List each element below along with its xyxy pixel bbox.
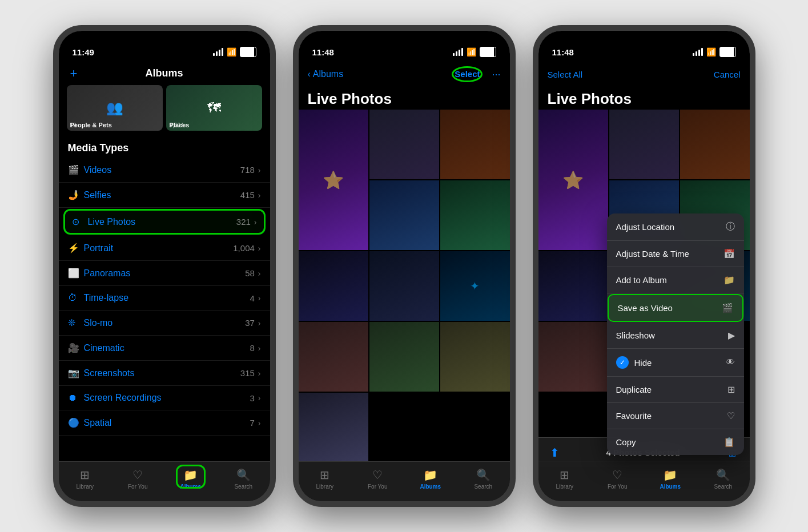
grid-cell-5[interactable] (440, 180, 510, 250)
tab-albums-2[interactable]: 📁 Albums (404, 468, 457, 490)
menu-item-spatial[interactable]: 🔵 Spatial 7 › (59, 410, 270, 436)
tab-foryou-1[interactable]: ♡ For You (111, 468, 164, 490)
context-slideshow[interactable]: Slideshow ▶ (607, 323, 744, 349)
grid-cell-7[interactable] (369, 251, 439, 321)
select-all-button[interactable]: Select All (548, 70, 583, 79)
grid-cell-4[interactable] (369, 180, 439, 250)
tab-library-1[interactable]: ⊞ Library (59, 468, 112, 490)
grid-cell-10[interactable] (369, 322, 439, 392)
spatial-icon: 🔵 (68, 417, 84, 428)
live-photos-chevron: › (254, 217, 257, 227)
context-favourite[interactable]: Favourite ♡ (607, 403, 744, 429)
page-title-2: Live Photos (308, 90, 392, 108)
tab-foryou-3[interactable]: ♡ For You (591, 468, 644, 490)
context-duplicate[interactable]: Duplicate ⊞ (607, 377, 744, 403)
tab-search-1[interactable]: 🔍 Search (217, 468, 270, 490)
context-adjust-date[interactable]: Adjust Date & Time 📅 (607, 241, 744, 267)
portrait-count: 1,004 (233, 243, 255, 253)
tab-albums-1[interactable]: 📁 Albums (164, 468, 218, 490)
page-title-3: Live Photos (548, 90, 632, 108)
videos-count: 718 (240, 165, 255, 175)
foryou-label-2: For You (368, 483, 387, 490)
menu-item-cinematic[interactable]: 🎥 Cinematic 8 › (59, 336, 270, 361)
foryou-label: For You (128, 483, 147, 490)
live-photos-icon: ⊙ (72, 216, 88, 227)
menu-item-slomo[interactable]: ❊ Slo-mo 37 › (59, 311, 270, 336)
tab-foryou-2[interactable]: ♡ For You (351, 468, 404, 490)
save-as-video-label: Save as Video (618, 303, 673, 313)
more-button-2[interactable]: ··· (492, 68, 500, 80)
search-label: Search (234, 483, 252, 490)
grid-cell-3[interactable] (440, 110, 510, 179)
cancel-button-3[interactable]: Cancel (714, 70, 741, 79)
selfies-count: 415 (240, 190, 255, 200)
albums-header: + Albums (59, 62, 270, 85)
tab-library-2[interactable]: ⊞ Library (299, 468, 352, 490)
foryou-icon-3: ♡ (612, 468, 622, 482)
tab-albums-3[interactable]: 📁 Albums (644, 468, 697, 490)
context-add-to-album[interactable]: Add to Album 📁 (607, 267, 744, 293)
grid-cell-3-6[interactable] (538, 251, 608, 321)
menu-item-screen-recordings[interactable]: ⏺ Screen Recordings 3 › (59, 386, 270, 410)
grid-cell-3-2[interactable] (609, 110, 679, 179)
grid-cell-11[interactable] (440, 322, 510, 392)
menu-item-panoramas[interactable]: ⬜ Panoramas 58 › (59, 261, 270, 286)
timelapse-chevron: › (258, 293, 261, 303)
grid-cell-9[interactable] (299, 322, 368, 392)
grid-cell-3-9[interactable] (538, 322, 608, 392)
screen-recordings-chevron: › (258, 393, 261, 402)
select-button-2[interactable]: Select (455, 69, 480, 79)
phone-1: 11:49 📶 100 + Albums 👥 People & Pets (53, 25, 276, 507)
menu-item-live-photos[interactable]: ⊙ Live Photos 321 › (63, 209, 266, 235)
people-pets-thumb[interactable]: 👥 People & Pets 19 (67, 85, 163, 131)
tab-library-3[interactable]: ⊞ Library (538, 468, 592, 490)
screen-recordings-label: Screen Recordings (84, 393, 250, 403)
wifi-icon-2: 📶 (467, 47, 476, 57)
grid-cell-12[interactable] (299, 393, 368, 461)
grid-cell-3-3[interactable] (680, 110, 750, 179)
grid-cell-8[interactable]: ✦ (440, 251, 510, 321)
tab-search-3[interactable]: 🔍 Search (697, 468, 750, 490)
grid-cell-6[interactable] (299, 251, 368, 321)
phone-2: 11:48 📶 100 ‹ Albums Select (293, 25, 516, 507)
cinematic-label: Cinematic (84, 343, 250, 353)
context-save-as-video[interactable]: Save as Video 🎬 (608, 294, 743, 322)
back-button-2[interactable]: ‹ Albums (308, 69, 344, 79)
dynamic-island-2 (370, 37, 439, 56)
timelapse-label: Time-lapse (84, 293, 250, 303)
add-album-button[interactable]: + (70, 66, 78, 81)
status-time-2: 11:48 (312, 47, 334, 57)
search-icon-2: 🔍 (476, 468, 491, 482)
screen-recordings-count: 3 (250, 393, 254, 403)
context-adjust-location[interactable]: Adjust Location ⓘ (607, 213, 744, 241)
tab-search-2[interactable]: 🔍 Search (457, 468, 510, 490)
cinematic-count: 8 (250, 343, 254, 353)
hide-icon: 👁 (726, 357, 735, 368)
portrait-icon: ⚡ (68, 243, 84, 253)
places-thumb[interactable]: 🗺 Places 9,604 (166, 85, 262, 131)
copy-label: Copy (616, 437, 636, 447)
menu-item-selfies[interactable]: 🤳 Selfies 415 › (59, 183, 270, 208)
tab-bar-3: ⊞ Library ♡ For You 📁 Albums 🔍 Search (538, 461, 750, 501)
duplicate-icon: ⊞ (727, 384, 735, 395)
menu-item-timelapse[interactable]: ⏱ Time-lapse 4 › (59, 286, 270, 311)
media-types-list: 🎬 Videos 718 › 🤳 Selfies 415 › ⊙ Live Ph… (59, 158, 270, 436)
menu-item-portrait[interactable]: ⚡ Portrait 1,004 › (59, 236, 270, 261)
grid-cell-1[interactable]: ⭐ (299, 110, 368, 250)
grid-cell-3-1[interactable]: ⭐ (538, 110, 608, 250)
albums-label-2: Albums (420, 483, 441, 490)
context-copy[interactable]: Copy 📋 (607, 429, 744, 455)
save-as-video-icon: 🎬 (722, 303, 733, 313)
menu-item-screenshots[interactable]: 📷 Screenshots 315 › (59, 361, 270, 386)
albums-icon-3: 📁 (663, 468, 677, 482)
phone-3: 11:48 📶 100 Select All Cancel Live Photo… (533, 25, 755, 507)
screenshots-count: 315 (240, 368, 255, 378)
menu-item-videos[interactable]: 🎬 Videos 718 › (59, 158, 270, 183)
panoramas-icon: ⬜ (68, 268, 84, 279)
timelapse-icon: ⏱ (68, 293, 84, 303)
grid-cell-2[interactable] (369, 110, 439, 179)
slomo-icon: ❊ (68, 317, 84, 328)
share-icon[interactable]: ⬆ (550, 446, 560, 460)
context-hide[interactable]: ✓ Hide 👁 (607, 349, 744, 377)
favourite-label: Favourite (616, 411, 652, 421)
